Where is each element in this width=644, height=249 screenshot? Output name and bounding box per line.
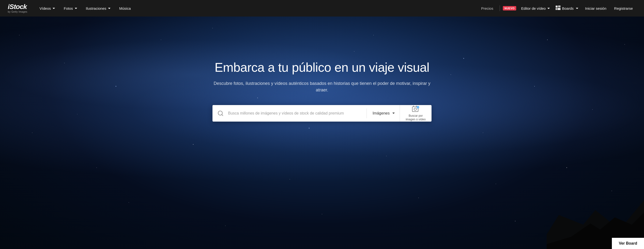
logo-brand: iStock (8, 3, 27, 10)
chevron-down-icon (52, 8, 55, 9)
ver-board-button[interactable]: Ver Board (612, 238, 644, 249)
boards-button[interactable]: Boards (553, 0, 581, 16)
navbar-left: iStock by Getty Images Vídeos Fotos Ilus… (8, 0, 134, 16)
search-type-dropdown[interactable]: Imágenes (368, 105, 400, 122)
logo[interactable]: iStock by Getty Images (8, 3, 27, 13)
hero-title: Embarca a tu público en un viaje visual (212, 60, 432, 75)
nav-videos[interactable]: Vídeos (36, 0, 58, 16)
chevron-down-icon (576, 8, 578, 9)
chevron-down-icon (392, 113, 395, 114)
hero-subtitle: Descubre fotos, ilustraciones y vídeos a… (212, 80, 432, 93)
navbar: iStock by Getty Images Vídeos Fotos Ilus… (0, 0, 644, 16)
visual-search-label: Buscar porimagen o vídeo (406, 114, 426, 121)
visual-search-icon (412, 105, 420, 113)
search-icon-wrapper (212, 110, 228, 116)
chevron-down-icon (108, 8, 110, 9)
svg-rect-4 (558, 7, 560, 8)
nav-divider (500, 5, 500, 11)
logo-sub: by Getty Images (8, 11, 27, 13)
chevron-down-icon (75, 8, 77, 9)
svg-point-10 (414, 108, 416, 110)
nav-fotos[interactable]: Fotos (60, 0, 80, 16)
svg-rect-1 (558, 5, 560, 7)
video-editor-button[interactable]: Editor de vídeo (519, 0, 552, 16)
search-icon (217, 110, 224, 116)
registrarse-button[interactable]: Registrarse (611, 0, 636, 16)
boards-icon (556, 5, 560, 11)
search-input[interactable] (228, 105, 366, 122)
svg-rect-3 (557, 8, 560, 10)
precios-button[interactable]: Precios (478, 0, 497, 16)
nav-musica[interactable]: Música (116, 0, 134, 16)
nuevo-badge: NUEVO (503, 6, 516, 10)
search-type-divider (366, 108, 367, 118)
nav-ilustraciones[interactable]: Ilustraciones (82, 0, 114, 16)
chevron-down-icon (548, 8, 550, 9)
svg-line-8 (222, 115, 223, 116)
navbar-right: Precios NUEVO Editor de vídeo Boards Ini… (478, 0, 636, 16)
visual-search-button[interactable]: Buscar porimagen o vídeo (400, 105, 432, 122)
search-bar: Imágenes Buscar porimagen o v (212, 105, 432, 122)
hero-content: Embarca a tu público en un viaje visual … (212, 60, 432, 122)
svg-rect-0 (556, 5, 558, 7)
hero-section: Embarca a tu público en un viaje visual … (0, 16, 644, 249)
svg-rect-2 (556, 8, 557, 10)
iniciar-sesion-button[interactable]: Iniciar sesión (582, 0, 610, 16)
